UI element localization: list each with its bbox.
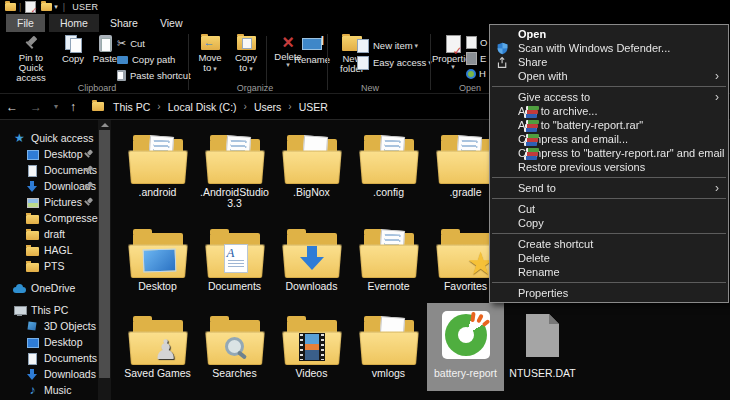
- folder-icon: [207, 315, 263, 365]
- menu-label: Cut: [518, 203, 535, 215]
- file-label: Documents: [196, 281, 273, 292]
- menu-label: Open with: [518, 70, 568, 82]
- download-arrow-icon: [300, 246, 324, 271]
- file-item-ntuser-dat[interactable]: NTUSER.DAT: [504, 303, 581, 391]
- file-label: .config: [350, 187, 427, 198]
- file-label: NTUSER.DAT: [504, 368, 581, 379]
- menu-item-share[interactable]: Share: [490, 55, 728, 69]
- menu-label: Restore previous versions: [518, 161, 645, 173]
- menu-item-send-to[interactable]: Send to ›: [490, 181, 728, 195]
- file-item-vmlogs[interactable]: vmlogs: [350, 303, 427, 391]
- menu-item-open-with[interactable]: Open with ›: [490, 69, 728, 83]
- file-label: Desktop: [119, 281, 196, 292]
- menu-item-give-access[interactable]: Give access to ›: [490, 90, 728, 104]
- menu-label: Rename: [518, 266, 560, 278]
- file-item-bignox[interactable]: .BigNox: [273, 122, 350, 210]
- defender-shield-icon: [496, 42, 510, 55]
- folder-icon: [130, 134, 186, 184]
- menu-label: Copy: [518, 217, 544, 229]
- menu-item-compress-rar-email[interactable]: Compress to "battery-report.rar" and ema…: [490, 146, 728, 160]
- file-label: Searches: [196, 368, 273, 379]
- folder-icon: [207, 228, 263, 278]
- menu-label: Delete: [518, 252, 550, 264]
- menu-label: Give access to: [518, 91, 590, 103]
- folder-icon: [130, 228, 186, 278]
- menu-separator: [492, 86, 726, 87]
- menu-item-scan-defender[interactable]: Scan with Windows Defender...: [490, 41, 728, 55]
- coccoc-disc-icon: [442, 311, 490, 359]
- folder-icon: [284, 228, 340, 278]
- menu-label: Share: [518, 56, 547, 68]
- menu-label: Create shortcut: [518, 238, 593, 250]
- file-label: .AndroidStudio3.3: [196, 187, 273, 209]
- folder-icon: [284, 315, 340, 365]
- chess-pawn-icon: ♟: [154, 337, 178, 363]
- menu-label: Open: [518, 28, 546, 40]
- menu-label: Scan with Windows Defender...: [518, 42, 670, 54]
- document-page-icon: [224, 244, 248, 273]
- file-item-evernote[interactable]: Evernote: [350, 216, 427, 304]
- menu-item-create-shortcut[interactable]: Create shortcut: [490, 237, 728, 251]
- folder-icon: ♟: [130, 315, 186, 365]
- menu-item-open[interactable]: Open: [490, 27, 728, 41]
- folder-icon: [284, 134, 340, 184]
- folder-icon: [361, 134, 417, 184]
- desktop-screen-icon: [142, 248, 176, 272]
- menu-separator: [492, 177, 726, 178]
- folder-icon: [207, 134, 263, 184]
- menu-item-properties[interactable]: Properties: [490, 286, 728, 300]
- file-item-android[interactable]: .android: [119, 122, 196, 210]
- folder-icon: [361, 315, 417, 365]
- file-label: Downloads: [273, 281, 350, 292]
- file-item-videos[interactable]: Videos: [273, 303, 350, 391]
- menu-item-copy[interactable]: Copy: [490, 216, 728, 230]
- file-item-downloads[interactable]: Downloads: [273, 216, 350, 304]
- folder-icon: ★: [438, 228, 494, 278]
- menu-label: Properties: [518, 287, 568, 299]
- submenu-arrow-icon: ›: [715, 69, 719, 83]
- submenu-arrow-icon: ›: [715, 181, 719, 195]
- file-item-battery-report[interactable]: battery-report: [427, 303, 504, 391]
- menu-separator: [492, 233, 726, 234]
- menu-item-add-to-rar[interactable]: Add to "battery-report.rar": [490, 118, 728, 132]
- menu-item-cut[interactable]: Cut: [490, 202, 728, 216]
- file-label: Videos: [273, 368, 350, 379]
- menu-item-rename[interactable]: Rename: [490, 265, 728, 279]
- file-item-searches[interactable]: Searches: [196, 303, 273, 391]
- context-menu: Open Scan with Windows Defender... Share…: [489, 24, 729, 303]
- file-item-documents[interactable]: Documents: [196, 216, 273, 304]
- file-label: Evernote: [350, 281, 427, 292]
- file-label: battery-report: [427, 368, 504, 379]
- menu-label: Send to: [518, 182, 556, 194]
- menu-separator: [492, 198, 726, 199]
- menu-label: Compress to "battery-report.rar" and ema…: [518, 147, 725, 159]
- menu-item-compress-email[interactable]: Compress and email...: [490, 132, 728, 146]
- file-item-androidstudio[interactable]: .AndroidStudio3.3: [196, 122, 273, 210]
- share-arrow-icon: [496, 56, 510, 69]
- file-label: .android: [119, 187, 196, 198]
- folder-icon: [438, 134, 494, 184]
- file-item-saved-games[interactable]: ♟ Saved Games: [119, 303, 196, 391]
- menu-separator: [492, 282, 726, 283]
- submenu-arrow-icon: ›: [715, 90, 719, 104]
- magnifier-icon: [223, 337, 247, 361]
- menu-item-add-to-archive[interactable]: Add to archive...: [490, 104, 728, 118]
- dat-file-icon: [526, 314, 559, 357]
- file-item-desktop[interactable]: Desktop: [119, 216, 196, 304]
- file-item-config[interactable]: .config: [350, 122, 427, 210]
- file-label: Saved Games: [119, 368, 196, 379]
- folder-icon: [361, 228, 417, 278]
- file-label: vmlogs: [350, 368, 427, 379]
- menu-item-restore-versions[interactable]: Restore previous versions: [490, 160, 728, 174]
- file-label: .BigNox: [273, 187, 350, 198]
- filmstrip-icon: [299, 333, 325, 361]
- menu-item-delete[interactable]: Delete: [490, 251, 728, 265]
